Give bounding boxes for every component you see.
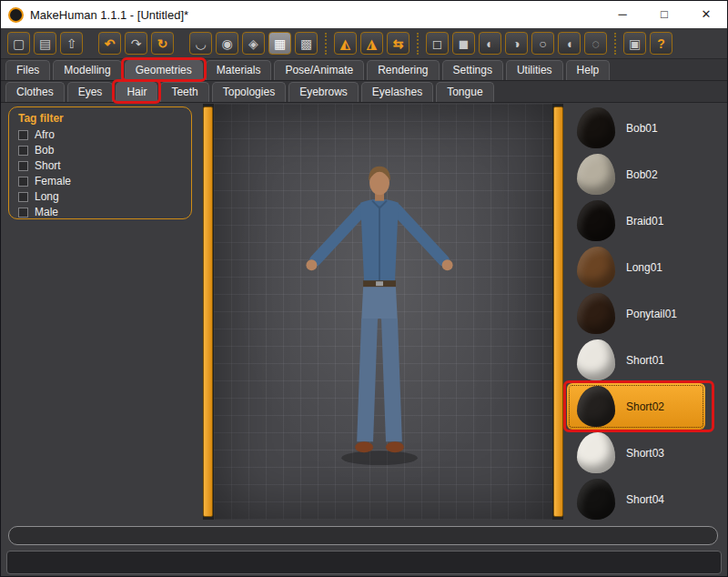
head-dark-icon[interactable]: ◼ bbox=[452, 32, 475, 55]
head-shaded-left-icon[interactable]: ◐ bbox=[479, 32, 501, 55]
tab-hair[interactable]: Hair bbox=[116, 82, 157, 102]
hair-item-short02-selected[interactable]: Short02 bbox=[567, 383, 705, 430]
tab-label: Tongue bbox=[447, 86, 482, 98]
hair-item-label: Long01 bbox=[626, 261, 662, 274]
camera-slider-left[interactable] bbox=[203, 106, 213, 517]
tag-filter-short[interactable]: Short bbox=[18, 158, 182, 173]
tab-teeth[interactable]: Teeth bbox=[160, 82, 208, 102]
hair-thumbnail bbox=[577, 479, 615, 520]
toolbar-separator bbox=[325, 33, 327, 55]
tab-settings[interactable]: Settings bbox=[442, 60, 503, 80]
subdivide-icon[interactable]: ◈ bbox=[242, 32, 265, 55]
sphere-icon[interactable]: ○ bbox=[531, 32, 554, 55]
status-message-bar bbox=[6, 551, 722, 574]
hair-item-short01[interactable]: Short01 bbox=[567, 337, 705, 383]
camera-slider-right[interactable] bbox=[553, 106, 563, 517]
left-arm bbox=[315, 209, 363, 261]
hair-item-ponytail01[interactable]: Ponytail01 bbox=[567, 290, 705, 337]
tag-filter-long[interactable]: Long bbox=[18, 189, 182, 204]
tab-geometries[interactable]: Geometries bbox=[125, 60, 203, 80]
half-sphere-icon[interactable]: ◖ bbox=[558, 32, 581, 55]
tag-filter-female[interactable]: Female bbox=[18, 174, 182, 188]
character-model[interactable] bbox=[214, 104, 552, 520]
maximize-button[interactable]: □ bbox=[643, 1, 685, 28]
viewport-3d[interactable] bbox=[203, 104, 563, 520]
hair-thumbnail bbox=[577, 293, 615, 334]
hair-thumbnail bbox=[577, 107, 615, 148]
checkbox-icon[interactable] bbox=[18, 177, 28, 187]
load-icon[interactable]: ▤ bbox=[34, 32, 56, 55]
window-controls: ─ □ ✕ bbox=[602, 1, 727, 28]
tab-label: Settings bbox=[453, 64, 492, 76]
close-button[interactable]: ✕ bbox=[685, 1, 727, 28]
tab-label: Hair bbox=[126, 86, 147, 98]
tab-label: Modelling bbox=[64, 64, 110, 76]
wireframe-icon[interactable]: ◉ bbox=[216, 32, 238, 55]
reset-icon[interactable]: ↻ bbox=[151, 32, 174, 55]
undo-icon[interactable]: ↶ bbox=[98, 32, 121, 55]
symmetry-right-icon[interactable]: ◮ bbox=[360, 32, 383, 55]
save-icon[interactable]: ⇧ bbox=[60, 32, 83, 55]
tab-label: Clothes bbox=[16, 86, 54, 98]
left-hand bbox=[306, 259, 317, 270]
tab-files[interactable]: Files bbox=[5, 60, 50, 80]
smooth-icon[interactable]: ◡ bbox=[189, 32, 212, 55]
new-icon[interactable]: ▢ bbox=[7, 32, 30, 55]
tag-filter-male[interactable]: Male bbox=[18, 205, 182, 219]
texture-checker-icon[interactable]: ▩ bbox=[295, 32, 318, 55]
checkbox-icon[interactable] bbox=[18, 208, 28, 218]
tab-help[interactable]: Help bbox=[566, 60, 611, 80]
checkbox-icon[interactable] bbox=[18, 161, 28, 171]
checkbox-label: Long bbox=[35, 190, 59, 203]
hair-item-short04[interactable]: Short04 bbox=[567, 476, 705, 522]
tab-eyelashes[interactable]: Eyelashes bbox=[361, 82, 433, 102]
tag-filter-afro[interactable]: Afro bbox=[18, 127, 182, 142]
tab-label: Rendering bbox=[378, 64, 428, 76]
head-plain-icon[interactable]: ◻ bbox=[426, 32, 449, 55]
tab-label: Topologies bbox=[223, 86, 275, 98]
tab-modelling[interactable]: Modelling bbox=[53, 60, 121, 80]
hair-item-braid01[interactable]: Braid01 bbox=[567, 197, 705, 244]
hair-item-short03[interactable]: Short03 bbox=[567, 430, 705, 476]
hair-item-label: Short04 bbox=[626, 493, 664, 506]
redo-icon[interactable]: ↷ bbox=[125, 32, 147, 55]
tab-materials[interactable]: Materials bbox=[206, 60, 272, 80]
dashed-circle-icon[interactable]: ◌ bbox=[584, 32, 607, 55]
checkbox-label: Female bbox=[35, 175, 71, 187]
symmetry-left-icon[interactable]: ◭ bbox=[334, 32, 357, 55]
screenshot-icon[interactable]: ▣ bbox=[623, 32, 646, 55]
ground-shadow bbox=[341, 450, 418, 465]
tab-label: Pose/Animate bbox=[285, 64, 353, 76]
viewport-grid[interactable] bbox=[214, 104, 552, 520]
tab-rendering[interactable]: Rendering bbox=[367, 60, 439, 80]
minimize-button[interactable]: ─ bbox=[602, 1, 643, 28]
checkbox-icon[interactable] bbox=[18, 146, 28, 156]
tab-eyebrows[interactable]: Eyebrows bbox=[288, 82, 359, 102]
head-shaded-right-icon[interactable]: ◑ bbox=[505, 32, 528, 55]
toolbar-separator bbox=[417, 33, 419, 55]
symmetry-sync-icon[interactable]: ⇆ bbox=[387, 32, 410, 55]
tab-eyes[interactable]: Eyes bbox=[67, 82, 114, 102]
checkbox-label: Bob bbox=[35, 144, 54, 157]
hair-item-long01[interactable]: Long01 bbox=[567, 244, 705, 290]
content-area: Tag filter Afro Bob Short Female Long bbox=[1, 103, 727, 577]
checkbox-icon[interactable] bbox=[18, 130, 28, 140]
title-bar: MakeHuman 1.1.1 - [Untitled]* ─ □ ✕ bbox=[1, 1, 727, 28]
right-shoe bbox=[386, 441, 404, 452]
hair-thumbnail bbox=[577, 386, 615, 427]
progress-bar bbox=[8, 526, 718, 545]
tab-pose-animate[interactable]: Pose/Animate bbox=[274, 60, 364, 80]
grid-icon[interactable]: ▦ bbox=[268, 32, 291, 55]
help-icon[interactable]: ? bbox=[650, 32, 672, 55]
hair-item-bob02[interactable]: Bob02 bbox=[567, 151, 705, 197]
tag-filter-bob[interactable]: Bob bbox=[18, 143, 182, 157]
tab-tongue[interactable]: Tongue bbox=[436, 82, 493, 102]
hair-item-bob01[interactable]: Bob01 bbox=[567, 105, 705, 151]
tab-clothes[interactable]: Clothes bbox=[5, 82, 65, 102]
checkbox-icon[interactable] bbox=[18, 192, 28, 202]
tab-utilities[interactable]: Utilities bbox=[506, 60, 563, 80]
tab-label: Files bbox=[16, 64, 39, 76]
tab-topologies[interactable]: Topologies bbox=[212, 82, 286, 102]
sub-tab-bar: Clothes Eyes Hair Teeth Topologies Eyebr… bbox=[1, 81, 727, 103]
tab-label: Teeth bbox=[171, 86, 197, 98]
